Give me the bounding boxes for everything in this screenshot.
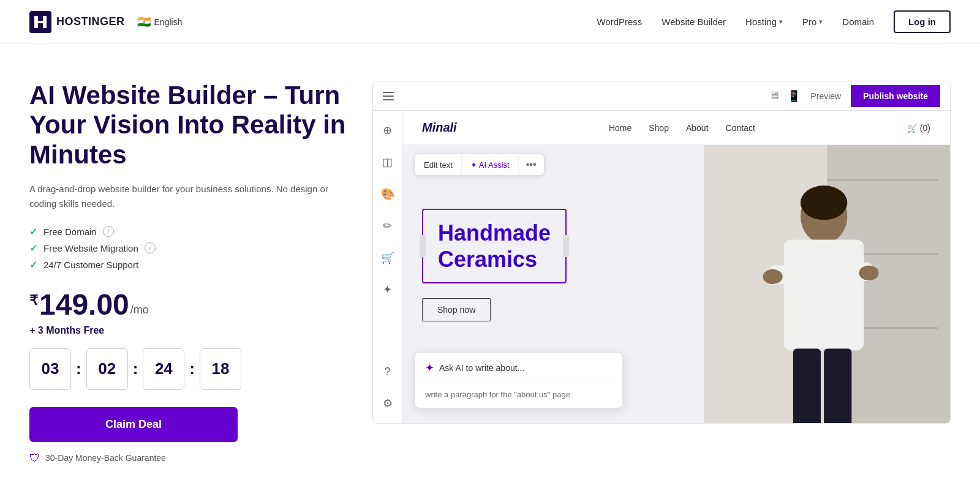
flag-icon: 🇮🇳 — [137, 15, 151, 29]
info-icon[interactable]: i — [103, 226, 114, 237]
publish-website-button[interactable]: Publish website — [851, 85, 940, 107]
edit-text-button[interactable]: Edit text — [415, 155, 462, 174]
ai-sparkle-icon: ✦ — [425, 361, 434, 375]
sidebar-tool-color[interactable]: 🎨 — [378, 184, 398, 204]
shield-icon: 🛡 — [29, 452, 40, 465]
countdown-minutes: 02 — [86, 348, 128, 390]
guarantee-label: 30-Day Money-Back Guarantee — [45, 453, 166, 463]
check-icon: ✓ — [29, 259, 37, 271]
sidebar-tool-cart[interactable]: 🛒 — [378, 248, 398, 268]
ai-chat-title: Ask AI to write about... — [439, 363, 524, 373]
preview-label[interactable]: Preview — [810, 91, 841, 101]
ai-chat-header: ✦ Ask AI to write about... — [415, 353, 622, 381]
svg-rect-13 — [824, 349, 851, 423]
chevron-down-icon: ▾ — [779, 18, 783, 26]
sidebar-tool-layers[interactable]: ◫ — [378, 152, 398, 172]
site-nav-shop[interactable]: Shop — [649, 123, 669, 133]
site-navbar: Minali Home Shop About Contact 🛒 (0) — [402, 111, 950, 145]
sidebar-tool-settings[interactable]: ⚙ — [378, 394, 398, 413]
countdown-seconds: 24 — [143, 348, 184, 390]
navbar-left: HOSTINGER 🇮🇳 English — [29, 11, 182, 33]
price-block: ₹ 149.00 /mo — [29, 288, 348, 321]
ai-chat-body[interactable]: write a paragraph for the "about us" pag… — [415, 381, 622, 408]
svg-point-15 — [859, 266, 878, 280]
sidebar-tool-add[interactable]: ⊕ — [378, 121, 398, 140]
logo-text: HOSTINGER — [56, 15, 125, 28]
svg-rect-12 — [793, 349, 821, 423]
feature-customer-support: ✓ 24/7 Customer Support — [29, 259, 348, 271]
price-per-month: /mo — [130, 304, 149, 316]
svg-point-14 — [763, 269, 782, 284]
svg-point-8 — [801, 185, 847, 220]
site-nav-contact[interactable]: Contact — [726, 123, 755, 133]
site-hero-image — [704, 145, 950, 423]
svg-rect-4 — [827, 179, 938, 181]
feature-website-migration: ✓ Free Website Migration i — [29, 242, 348, 254]
site-nav: Home Shop About Contact — [609, 123, 755, 133]
svg-rect-9 — [783, 240, 864, 351]
check-icon: ✓ — [29, 242, 37, 254]
ai-chat-box: ✦ Ask AI to write about... write a parag… — [415, 352, 623, 408]
countdown-hours: 03 — [29, 348, 71, 390]
builder-topbar: 🖥 📱 Preview Publish website — [373, 81, 950, 111]
feature-free-domain: ✓ Free Domain i — [29, 226, 348, 238]
price-bonus: + 3 Months Free — [29, 325, 348, 336]
check-icon: ✓ — [29, 226, 37, 238]
countdown-separator: : — [133, 359, 138, 378]
site-nav-about[interactable]: About — [686, 123, 709, 133]
language-selector[interactable]: 🇮🇳 English — [137, 15, 183, 29]
mobile-icon[interactable]: 📱 — [787, 89, 801, 103]
main-content: AI Website Builder – Turn Your Vision In… — [0, 44, 980, 483]
price-currency: ₹ — [29, 293, 38, 309]
resize-handle-left[interactable] — [420, 235, 426, 257]
price-display: ₹ 149.00 /mo — [29, 288, 348, 321]
desktop-icon[interactable]: 🖥 — [769, 89, 780, 102]
nav-item-website-builder[interactable]: Website Builder — [662, 17, 726, 27]
hamburger-icon[interactable] — [383, 92, 394, 100]
builder-canvas: Minali Home Shop About Contact 🛒 (0) Edi… — [402, 111, 950, 423]
logo[interactable]: HOSTINGER — [29, 11, 125, 33]
site-nav-home[interactable]: Home — [609, 123, 631, 133]
countdown-extra: 18 — [200, 348, 241, 390]
sidebar-tool-edit[interactable]: ✏ — [378, 216, 398, 236]
feature-label: Free Website Migration — [43, 243, 138, 253]
nav-item-hosting[interactable]: Hosting▾ — [745, 17, 783, 27]
ai-assist-button[interactable]: ✦ AI Assist — [462, 155, 519, 174]
feature-label: 24/7 Customer Support — [43, 260, 138, 270]
claim-deal-button[interactable]: Claim Deal — [29, 407, 238, 442]
shop-now-button[interactable]: Shop now — [422, 298, 491, 321]
countdown-separator: : — [189, 359, 195, 378]
site-hero-heading: Handmade Ceramics — [438, 220, 551, 272]
builder-topbar-left — [383, 92, 394, 100]
left-panel: AI Website Builder – Turn Your Vision In… — [29, 81, 348, 465]
site-hero-right — [704, 145, 950, 423]
sidebar-tool-ai[interactable]: ✦ — [378, 280, 398, 299]
chevron-down-icon: ▾ — [819, 18, 823, 26]
edit-toolbar: Edit text ✦ AI Assist ••• — [415, 154, 545, 176]
builder-body: ⊕ ◫ 🎨 ✏ 🛒 ✦ ? ⚙ Minali Home Shop About — [373, 111, 950, 423]
more-options-button[interactable]: ••• — [519, 154, 544, 175]
nav-item-pro[interactable]: Pro▾ — [802, 17, 823, 27]
countdown-timer: 03 : 02 : 24 : 18 — [29, 348, 348, 390]
builder-preview: 🖥 📱 Preview Publish website ⊕ ◫ 🎨 ✏ 🛒 ✦ … — [372, 81, 951, 424]
builder-topbar-right: 🖥 📱 Preview Publish website — [769, 85, 940, 107]
countdown-separator: : — [76, 359, 81, 378]
nav-item-wordpress[interactable]: WordPress — [597, 17, 642, 27]
price-amount: 149.00 — [39, 288, 129, 321]
info-icon[interactable]: i — [145, 242, 156, 253]
site-cart[interactable]: 🛒 (0) — [907, 123, 930, 133]
main-nav: WordPress Website Builder Hosting▾ Pro▾ … — [597, 10, 951, 33]
hero-text-selection-box[interactable]: Handmade Ceramics — [422, 209, 567, 283]
language-label: English — [154, 17, 183, 27]
device-icons: 🖥 📱 — [769, 89, 801, 103]
ai-chat-content: write a paragraph for the "about us" pag… — [425, 390, 570, 399]
hero-title: AI Website Builder – Turn Your Vision In… — [29, 81, 348, 170]
login-button[interactable]: Log in — [894, 10, 951, 33]
nav-item-domain[interactable]: Domain — [842, 17, 874, 27]
hero-subtitle: A drag-and-drop website builder for your… — [29, 182, 348, 211]
sidebar-tool-help[interactable]: ? — [378, 362, 398, 381]
resize-handle-right[interactable] — [563, 235, 569, 257]
feature-label: Free Domain — [43, 227, 97, 237]
features-list: ✓ Free Domain i ✓ Free Website Migration… — [29, 226, 348, 271]
money-back-guarantee: 🛡 30-Day Money-Back Guarantee — [29, 452, 348, 465]
